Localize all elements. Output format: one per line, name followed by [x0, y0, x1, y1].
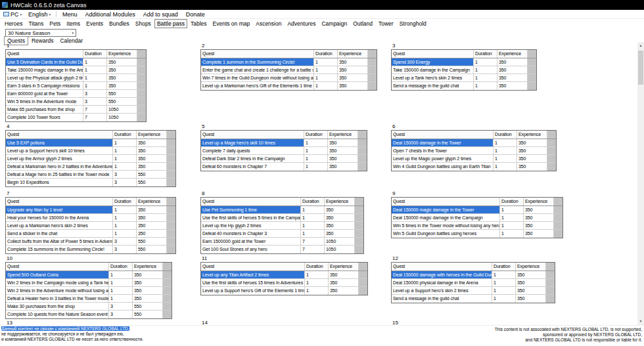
column-header-experience[interactable]: Experience — [328, 131, 358, 139]
duration-cell[interactable]: 1 — [314, 58, 338, 66]
scroll-down-icon[interactable]: ▼ — [637, 318, 644, 325]
duration-cell[interactable]: 1 — [301, 206, 325, 213]
column-header-quest[interactable]: Quest — [6, 50, 83, 58]
experience-cell[interactable]: 350 — [497, 58, 528, 66]
experience-cell[interactable]: 350 — [517, 147, 547, 154]
column-header-quest[interactable]: Quest — [392, 50, 474, 58]
duration-cell[interactable]: 3 — [109, 311, 133, 318]
column-header-quest[interactable]: Quest — [6, 131, 113, 139]
experience-cell[interactable]: 350 — [329, 279, 359, 286]
column-header-experience[interactable]: Experience — [338, 50, 368, 58]
quest-table[interactable]: QuestDurationExperienceDeal 150000 magic… — [391, 197, 563, 238]
column-header-experience[interactable]: Experience — [524, 198, 554, 205]
duration-cell[interactable]: 1 — [314, 82, 338, 90]
column-header-duration[interactable]: Duration — [314, 50, 338, 58]
column-header-experience[interactable]: Experience — [516, 263, 546, 270]
quest-cell[interactable]: Spend 500 Outland Coins — [6, 271, 109, 278]
duration-cell[interactable]: 1 — [314, 66, 338, 74]
experience-cell[interactable]: 1050 — [107, 106, 137, 113]
duration-cell[interactable]: 1 — [305, 279, 329, 286]
experience-cell[interactable]: 350 — [137, 147, 167, 154]
quest-table[interactable]: QuestDurationExperienceUse Pet Summoning… — [200, 197, 364, 254]
experience-cell[interactable]: 350 — [517, 163, 547, 171]
quest-cell[interactable]: Level up a Mage hero's skill 10 times — [201, 139, 304, 146]
duration-cell[interactable]: 1 — [474, 66, 497, 74]
quest-table[interactable]: QuestDurationExperienceComplete 1 summon… — [200, 49, 377, 91]
duration-cell[interactable]: 1 — [474, 58, 497, 66]
scrollbar-thumb[interactable] — [638, 51, 643, 85]
duration-cell[interactable]: 1 — [113, 163, 137, 170]
quest-table[interactable]: QuestDurationExperienceUse 5 EXP potions… — [5, 130, 176, 187]
experience-cell[interactable]: 350 — [137, 163, 167, 170]
quest-cell[interactable]: Make 65 purchases from the shop — [6, 106, 83, 113]
column-header-experience[interactable]: Experience — [517, 131, 547, 139]
duration-cell[interactable]: 7 — [83, 114, 107, 121]
experience-cell[interactable]: 350 — [328, 155, 358, 162]
quest-cell[interactable]: Win 4 Guild Dungeon battles using an Ear… — [392, 163, 494, 171]
experience-cell[interactable]: 350 — [516, 279, 546, 286]
experience-cell[interactable]: 350 — [328, 163, 358, 171]
duration-cell[interactable]: 1 — [113, 230, 137, 237]
quest-cell[interactable]: Complete 1 summon in the Summoning Circl… — [201, 58, 314, 66]
experience-cell[interactable]: 350 — [524, 230, 554, 238]
duration-cell[interactable]: 1 — [113, 139, 137, 146]
quest-table[interactable]: QuestDurationExperienceDeal 150000 damag… — [391, 262, 555, 303]
quest-cell[interactable]: Deal 150000 magic damage in the Campaign — [392, 214, 500, 221]
experience-cell[interactable]: 1050 — [325, 238, 355, 245]
experience-cell[interactable]: 350 — [517, 155, 547, 162]
experience-cell[interactable]: 550 — [137, 171, 167, 178]
experience-cell[interactable]: 350 — [325, 206, 355, 213]
column-header-duration[interactable]: Duration — [113, 131, 137, 139]
duration-cell[interactable]: 1 — [305, 271, 329, 278]
experience-cell[interactable]: 350 — [524, 206, 554, 213]
duration-cell[interactable]: 3 — [83, 90, 107, 97]
experience-cell[interactable]: 350 — [137, 155, 167, 162]
quest-cell[interactable]: Begin 10 Expeditions — [6, 179, 113, 186]
column-header-duration[interactable]: Duration — [109, 263, 133, 270]
experience-cell[interactable]: 550 — [133, 311, 163, 318]
duration-cell[interactable]: 1 — [304, 147, 328, 154]
quest-cell[interactable]: Level up the Magic power glyph 2 times — [392, 155, 494, 162]
duration-cell[interactable]: 1 — [301, 230, 325, 237]
duration-cell[interactable]: 1 — [494, 139, 517, 146]
quest-cell[interactable]: Heal your heroes for 150000 in the Arena — [6, 214, 113, 221]
duration-cell[interactable]: 1 — [500, 222, 524, 229]
quest-table[interactable]: QuestDurationExperienceSpend 300 Energy1… — [391, 49, 537, 91]
experience-cell[interactable]: 550 — [137, 238, 167, 245]
quest-table[interactable]: QuestDurationExperienceUpgrade any titan… — [5, 197, 176, 254]
quest-cell[interactable]: Complete 100 Tower floors — [6, 114, 83, 121]
quest-cell[interactable]: Earn 3 stars in 5 Campaign missions — [6, 82, 83, 89]
column-header-experience[interactable]: Experience — [137, 131, 167, 139]
duration-cell[interactable]: 1 — [109, 295, 133, 302]
duration-cell[interactable]: 3 — [113, 246, 137, 253]
quest-cell[interactable]: Level up a Support hero's skin 2 times — [392, 287, 492, 294]
quest-cell[interactable]: Earn 1500000 gold at the Tower — [201, 238, 301, 245]
quest-table[interactable]: QuestDurationExperienceSpend 500 Outland… — [5, 262, 172, 319]
duration-cell[interactable]: 1 — [109, 287, 133, 294]
quest-cell[interactable]: Level up a Tank hero's skin 2 times — [392, 74, 474, 81]
experience-cell[interactable]: 350 — [137, 222, 167, 229]
experience-cell[interactable]: 350 — [328, 147, 358, 154]
duration-cell[interactable]: 1 — [83, 74, 107, 81]
quest-cell[interactable]: Level up a Marksman hero's Gift of the E… — [201, 82, 314, 90]
experience-cell[interactable]: 350 — [325, 214, 355, 221]
duration-cell[interactable]: 1 — [83, 66, 107, 74]
column-header-quest[interactable]: Quest — [201, 131, 304, 139]
quest-cell[interactable]: Level up the Physical attack glyph 2 tim… — [6, 74, 83, 81]
experience-cell[interactable]: 350 — [137, 139, 167, 146]
quest-cell[interactable]: Defeat a Healer hero in 3 battles in the… — [6, 295, 109, 302]
experience-cell[interactable]: 350 — [517, 139, 547, 146]
experience-cell[interactable]: 350 — [325, 222, 355, 229]
experience-cell[interactable]: 350 — [325, 230, 355, 237]
column-header-duration[interactable]: Duration — [305, 263, 329, 270]
duration-cell[interactable]: 1 — [474, 82, 497, 90]
quest-cell[interactable]: Level up the Armor glyph 2 times — [6, 155, 113, 162]
experience-cell[interactable]: 350 — [107, 58, 137, 66]
duration-cell[interactable]: 3 — [113, 171, 137, 178]
quest-cell[interactable]: Level up a Support hero's skill 10 times — [6, 147, 113, 154]
experience-cell[interactable]: 350 — [328, 139, 358, 146]
duration-cell[interactable]: 1 — [113, 214, 137, 221]
duration-cell[interactable]: 1 — [492, 271, 516, 278]
duration-cell[interactable]: 1 — [494, 163, 517, 171]
experience-cell[interactable]: 350 — [338, 74, 368, 81]
